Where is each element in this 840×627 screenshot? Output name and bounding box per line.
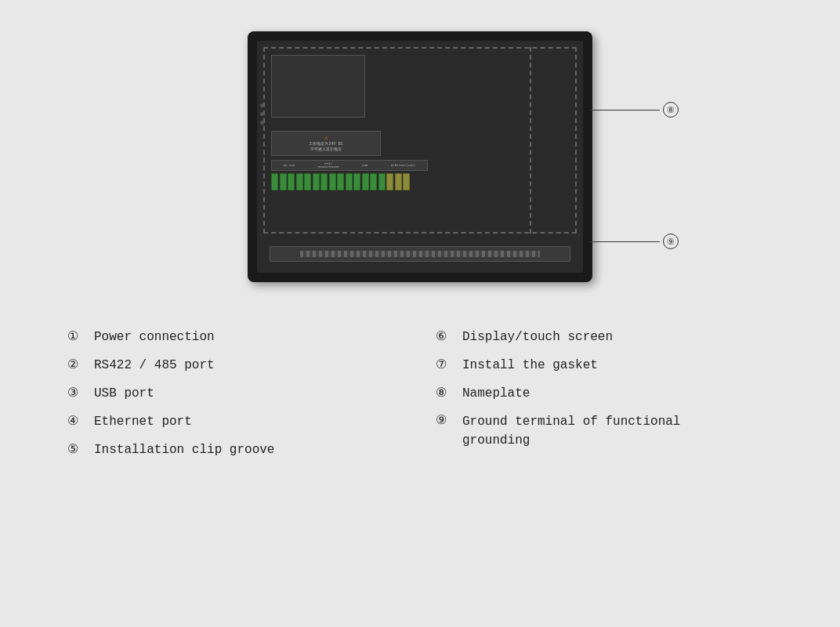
main-container: ⚠ 工作电压为24V DC不可接入其它电压 DC 24V PPI/RS422/R… [0, 0, 840, 627]
terminal-pin-15 [386, 173, 393, 190]
callout-line-8 [589, 110, 660, 111]
list-item-8: ⑧ Nameplate [436, 384, 773, 403]
device-wrapper: ⚠ 工作电压为24V DC不可接入其它电压 DC 24V PPI/RS422/R… [240, 31, 600, 298]
item3-text: USB port [94, 384, 154, 403]
device-body: ⚠ 工作电压为24V DC不可接入其它电压 DC 24V PPI/RS422/R… [248, 31, 592, 282]
list-item-4: ④ Ethernet port [67, 412, 404, 431]
terminal-pin-17 [403, 173, 410, 190]
side-dot-3 [260, 121, 264, 125]
port-label-eth: Ethernet(LAN) [391, 164, 415, 167]
list-item-9: ⑨ Ground terminal of functional groundin… [436, 412, 773, 450]
item7-text: Install the gasket [462, 356, 598, 375]
warning-icon: ⚠ [324, 135, 328, 141]
terminal-pin-4 [296, 173, 303, 190]
port-label-ppi: PPI/RS422/RS485 [318, 162, 339, 169]
labels-section: ① Power connection ② RS422 / 485 port ③ … [67, 328, 773, 459]
item1-num: ① [67, 328, 88, 346]
port-label-usb: USB [362, 164, 368, 167]
item1-text: Power connection [94, 328, 215, 346]
terminal-block [271, 172, 428, 191]
terminal-pin-8 [329, 173, 336, 190]
item6-text: Display/touch screen [462, 328, 613, 346]
terminal-pin-10 [346, 173, 353, 190]
callout-9: ⑨ [589, 234, 679, 249]
labels-left: ① Power connection ② RS422 / 485 port ③ … [67, 328, 404, 459]
port-label-dc24: DC 24V [284, 164, 295, 167]
side-dots-left [260, 103, 264, 125]
item7-num: ⑦ [436, 356, 456, 375]
item5-num: ⑤ [67, 440, 88, 459]
warning-label: ⚠ 工作电压为24V DC不可接入其它电压 [271, 131, 381, 156]
terminal-pin-13 [370, 173, 377, 190]
right-dashed-panel [530, 47, 577, 234]
item2-num: ② [67, 356, 88, 375]
bottom-connector [270, 246, 570, 262]
terminal-pin-6 [313, 173, 320, 190]
terminal-pin-11 [353, 173, 360, 190]
callout-line-9 [589, 241, 660, 242]
item9-num: ⑨ [436, 412, 456, 428]
item6-num: ⑥ [436, 328, 456, 346]
warning-text: 工作电压为24V DC不可接入其它电压 [309, 142, 342, 152]
list-item-3: ③ USB port [67, 384, 404, 403]
list-item-2: ② RS422 / 485 port [67, 356, 404, 375]
terminal-pin-1 [271, 173, 278, 190]
item8-text: Nameplate [462, 384, 530, 403]
item3-num: ③ [67, 384, 88, 403]
item5-text: Installation clip groove [94, 440, 274, 459]
device-inner: ⚠ 工作电压为24V DC不可接入其它电压 DC 24V PPI/RS422/R… [257, 41, 583, 273]
labels-right: ⑥ Display/touch screen ⑦ Install the gas… [404, 328, 773, 459]
terminal-pin-5 [304, 173, 311, 190]
terminal-pin-14 [378, 173, 386, 190]
terminal-pin-2 [280, 173, 287, 190]
connector-stripe [300, 251, 540, 257]
callout-circle-9: ⑨ [663, 234, 679, 249]
item9-text: Ground terminal of functional grounding [462, 412, 680, 450]
terminal-pin-12 [362, 173, 369, 190]
label-box [271, 55, 365, 118]
port-labels-row: DC 24V PPI/RS422/RS485 USB Ethernet(LAN) [271, 160, 428, 171]
item4-num: ④ [67, 412, 88, 431]
list-item-7: ⑦ Install the gasket [436, 356, 773, 375]
terminal-pin-7 [320, 173, 328, 190]
callout-8: ⑧ [589, 102, 679, 118]
item2-text: RS422 / 485 port [94, 356, 215, 375]
list-item-5: ⑤ Installation clip groove [67, 440, 404, 459]
green-terminals-left [271, 173, 410, 190]
callout-circle-8: ⑧ [663, 102, 679, 118]
list-item-6: ⑥ Display/touch screen [436, 328, 773, 346]
side-dot-2 [260, 112, 264, 116]
list-item-1: ① Power connection [67, 328, 404, 346]
item8-num: ⑧ [436, 384, 456, 403]
terminal-pin-9 [337, 173, 344, 190]
item4-text: Ethernet port [94, 412, 192, 431]
terminal-pin-16 [395, 173, 402, 190]
side-dot-1 [260, 103, 264, 107]
terminal-pin-3 [288, 173, 295, 190]
